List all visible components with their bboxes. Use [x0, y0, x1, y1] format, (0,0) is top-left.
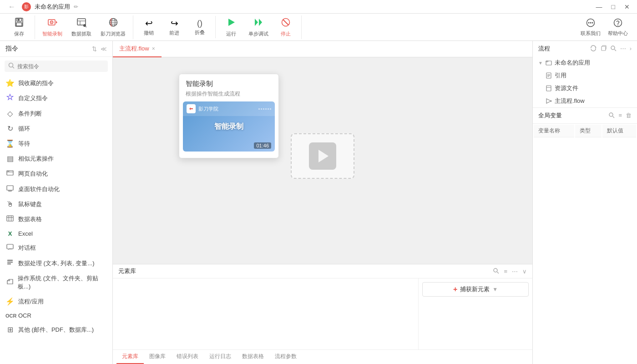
fold-button[interactable]: () 折叠: [188, 17, 212, 38]
sidebar-item-excel[interactable]: X Excel: [0, 227, 112, 240]
favorites-icon: ⭐: [5, 79, 15, 87]
step-debug-button[interactable]: 单步调试: [245, 15, 272, 39]
vars-section: 全局变量 ≡ 🗑 变量名称 类型: [533, 108, 637, 364]
sidebar-item-desktop[interactable]: 桌面软件自动化: [0, 182, 112, 197]
svg-point-32: [9, 171, 10, 172]
sidebar-item-os[interactable]: 操作系统 (文件、文件夹、剪贴板...): [0, 271, 112, 294]
sidebar-item-web[interactable]: 网页自动化: [0, 166, 112, 182]
content-area: 主流程.flow × 智能录制 根据操作智能生成流程: [113, 41, 532, 364]
capture-plus-icon: +: [453, 285, 457, 293]
flow-sync-icon[interactable]: [590, 45, 597, 53]
popup-video-time: 01:46: [254, 142, 271, 149]
run-icon: [226, 17, 236, 30]
edit-name-icon[interactable]: ✏: [74, 4, 78, 10]
minimize-button[interactable]: —: [594, 3, 604, 10]
bottom-tab-log[interactable]: 运行日志: [204, 350, 237, 364]
smart-record-popup: 智能录制 根据操作智能生成流程 影刀学院: [179, 74, 279, 158]
sidebar-item-custom-label: 自定义指令: [18, 94, 48, 102]
sidebar-item-dialog[interactable]: 对话框: [0, 240, 112, 256]
tab-main-flow[interactable]: 主流程.flow ×: [113, 41, 162, 57]
bottom-tab-images[interactable]: 图像库: [144, 350, 171, 364]
sidebar-sort-icon[interactable]: ⇅: [92, 46, 97, 52]
sidebar-item-dataproc[interactable]: 数据处理 (文本, 列表, 变量...): [0, 256, 112, 271]
save-button[interactable]: 保存: [7, 15, 31, 39]
bottom-tab-params[interactable]: 流程参数: [269, 350, 302, 364]
toolbar: 保存 智能录制: [0, 14, 637, 41]
flow-expand-icon[interactable]: ›: [630, 45, 632, 53]
tree-item-reference[interactable]: 引用: [533, 69, 637, 82]
redo-button[interactable]: ↪ 前进: [162, 16, 186, 38]
tree-item-resources[interactable]: 资源文件: [533, 82, 637, 95]
smart-record-button[interactable]: 智能录制: [39, 15, 66, 39]
os-icon: [5, 278, 14, 287]
bottom-tab-errors[interactable]: 错误列表: [171, 350, 204, 364]
close-button[interactable]: ✕: [622, 3, 632, 10]
sidebar-item-similar[interactable]: ▤ 相似元素操作: [0, 151, 112, 166]
canvas-area: 智能录制 根据操作智能生成流程 影刀学院: [113, 57, 532, 264]
run-button[interactable]: 运行: [219, 15, 243, 39]
other-icon: ⊞: [5, 325, 15, 334]
bottom-search-icon[interactable]: [493, 268, 499, 275]
sidebar-item-other[interactable]: ⊞ 其他 (邮件、PDF、数据库...): [0, 322, 112, 337]
capture-dropdown-icon[interactable]: ▼: [492, 286, 498, 293]
sidebar-item-flow[interactable]: ⚡ 流程/应用: [0, 294, 112, 309]
flow-copy-icon[interactable]: [600, 45, 607, 53]
svg-line-12: [86, 26, 87, 27]
svg-marker-16: [228, 19, 235, 26]
bottom-collapse-icon[interactable]: ∨: [522, 268, 527, 275]
bottom-tab-elements[interactable]: 元素库: [116, 350, 144, 364]
web-icon: [5, 169, 15, 178]
tree-item-resources-label: 资源文件: [555, 84, 578, 92]
tree-item-app[interactable]: ▼ 未命名的应用: [533, 56, 637, 69]
sidebar-item-ocr[interactable]: OCR OCR: [0, 309, 112, 322]
popup-video-logo: [187, 104, 196, 113]
undo-button[interactable]: ↩ 撤销: [137, 16, 161, 38]
maximize-button[interactable]: □: [610, 3, 617, 10]
contact-button[interactable]: 联系我们: [581, 18, 601, 37]
bottom-sort-icon[interactable]: ≡: [504, 268, 507, 275]
vars-sort-icon[interactable]: ≡: [618, 112, 622, 120]
knife-browser-icon: [108, 17, 118, 30]
sidebar-item-table[interactable]: 数据表格: [0, 212, 112, 227]
main-layout: 指令 ⇅ ≪ ⭐ 我收藏的指令: [0, 41, 637, 364]
sidebar-item-mouse[interactable]: 🖱 鼠标键盘: [0, 197, 112, 212]
back-button[interactable]: ←: [5, 1, 18, 13]
bottom-more-icon[interactable]: ⋯: [512, 268, 518, 275]
svg-line-63: [613, 116, 615, 118]
svg-rect-2: [16, 23, 22, 26]
knife-browser-button[interactable]: 影刀浏览器: [97, 15, 129, 39]
vars-search-icon[interactable]: [608, 112, 615, 120]
tab-close-button[interactable]: ×: [152, 46, 155, 52]
help-button[interactable]: 帮助中心: [608, 18, 628, 37]
flow-more-icon[interactable]: ⋯: [620, 45, 626, 53]
sidebar-item-wait-label: 等待: [18, 140, 30, 148]
capture-new-element-button[interactable]: + 捕获新元素 ▼: [422, 282, 529, 297]
sidebar-collapse-icon[interactable]: ≪: [101, 46, 107, 52]
svg-point-26: [617, 25, 618, 25]
vars-delete-icon[interactable]: 🗑: [626, 112, 632, 120]
sidebar-item-loop[interactable]: ↻ 循环: [0, 121, 112, 136]
flow-search-icon[interactable]: [610, 45, 617, 53]
search-box: [5, 61, 108, 72]
sidebar-header: 指令 ⇅ ≪: [0, 41, 112, 57]
svg-rect-33: [7, 186, 13, 190]
sidebar-item-wait[interactable]: ⌛ 等待: [0, 136, 112, 151]
search-icon: [8, 62, 15, 70]
mouse-icon: 🖱: [5, 200, 15, 208]
svg-line-28: [13, 67, 15, 69]
condition-icon: ◇: [5, 109, 15, 118]
sidebar-item-condition[interactable]: ◇ 条件判断: [0, 106, 112, 121]
search-input[interactable]: [17, 63, 104, 70]
stop-button[interactable]: 停止: [274, 15, 298, 39]
bottom-tab-data-table[interactable]: 数据表格: [237, 350, 269, 364]
play-icon-wrapper: [309, 142, 336, 170]
svg-point-31: [8, 171, 9, 172]
bottom-header: 元素库 ≡ ⋯ ∨: [113, 264, 532, 278]
play-triangle-icon: [318, 150, 329, 162]
sidebar-item-favorites[interactable]: ⭐ 我收藏的指令: [0, 76, 112, 91]
dialog-icon: [5, 243, 15, 253]
sidebar-item-custom[interactable]: 自定义指令 + 获取指令: [0, 91, 112, 106]
tree-item-main-flow[interactable]: 主流程.flow: [533, 95, 637, 107]
svg-rect-50: [602, 46, 606, 51]
data-capture-button[interactable]: 数据抓取: [68, 15, 95, 39]
